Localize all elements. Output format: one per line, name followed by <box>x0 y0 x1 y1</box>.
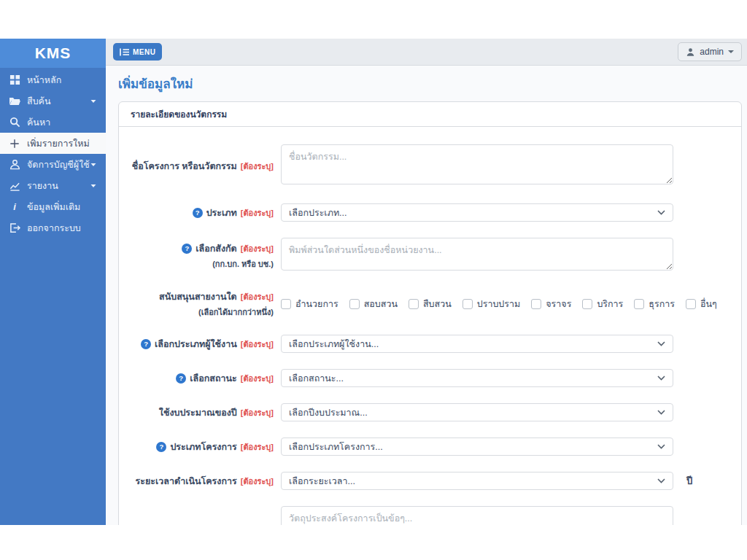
sidebar-item-add-new[interactable]: เพิ่มรายการใหม่ <box>0 133 106 154</box>
chevron-down-icon <box>657 478 665 483</box>
checkbox[interactable] <box>462 299 473 309</box>
required-tag: [ต้องระบุ] <box>241 338 274 351</box>
help-icon[interactable]: ? <box>141 339 151 349</box>
sidebar-item-home[interactable]: หน้าหลัก <box>0 69 106 90</box>
plus-icon <box>9 138 20 149</box>
user-menu-button[interactable]: admin <box>678 42 742 61</box>
caret-down-icon <box>728 50 734 53</box>
help-icon[interactable]: ? <box>193 208 203 218</box>
field-row-budget-year: ใช้งบประมาณของปี [ต้องระบุ] เลือกปีงบประ… <box>131 403 729 421</box>
sidebar-item-manage-users[interactable]: จัดการบัญชีผู้ใช้งาน <box>0 154 106 175</box>
duration-unit-label: ปี <box>686 473 692 489</box>
affiliation-input[interactable] <box>281 238 673 271</box>
select-value: เลือกประเภทโครงการ... <box>289 440 383 454</box>
field-label: ชื่อโครงการ หรือนวัตกรรม <box>132 159 237 174</box>
select-value: เลือกประเภท... <box>289 206 347 220</box>
checkbox-option[interactable]: บริการ <box>582 297 623 311</box>
field-label: สนับสนุนสายงานใด <box>159 289 237 304</box>
topbar: MENU admin <box>106 39 747 66</box>
field-label: ประเภทโครงการ <box>170 440 236 454</box>
checkbox[interactable] <box>582 299 592 309</box>
sidebar-item-label: รายงาน <box>27 179 90 193</box>
duration-select[interactable]: เลือกระยะเวลา... <box>281 472 673 490</box>
menu-toggle-button[interactable]: MENU <box>113 43 162 61</box>
type-select[interactable]: เลือกประเภท... <box>281 203 673 222</box>
required-tag: [ต้องระบุ] <box>241 372 274 385</box>
checkbox-option[interactable]: อื่นๆ <box>686 297 717 311</box>
sidebar-item-label: เพิ่มรายการใหม่ <box>27 136 97 151</box>
user-name: admin <box>700 47 724 57</box>
checkbox-option[interactable]: ธุรการ <box>634 297 675 311</box>
help-icon[interactable]: ? <box>156 442 166 452</box>
checkbox-option[interactable]: จราจร <box>531 297 571 311</box>
sidebar-item-reports[interactable]: รายงาน <box>0 175 106 196</box>
select-value: เลือกสถานะ... <box>289 371 344 386</box>
sidebar-item-search[interactable]: ค้นหา <box>0 112 106 133</box>
help-icon[interactable]: ? <box>176 373 186 384</box>
folder-icon <box>9 96 20 107</box>
checkbox[interactable] <box>409 299 419 309</box>
field-sublabel: (กก.บก. หรือ บช.) <box>131 257 274 271</box>
page-title: เพิ่มข้อมูลใหม่ <box>118 74 742 93</box>
help-icon[interactable]: ? <box>182 244 192 254</box>
select-value: เลือกปีงบประมาณ... <box>289 405 368 420</box>
search-icon <box>9 117 20 128</box>
card-header: รายละเอียดของนวัตกรรม <box>119 102 741 127</box>
required-tag: [ต้องระบุ] <box>241 206 274 219</box>
checkbox-option[interactable]: สืบสวน <box>409 297 452 311</box>
checkbox-option[interactable]: ปราบปราม <box>462 297 521 311</box>
info-icon: i <box>9 201 20 213</box>
field-row-type: ? ประเภท [ต้องระบุ] เลือกประเภท... <box>131 203 729 222</box>
chevron-down-icon <box>657 410 665 415</box>
sidebar-item-label: จัดการบัญชีผู้ใช้งาน <box>27 158 90 172</box>
field-row-support: สนับสนุนสายงานใด [ต้องระบุ] (เลือกได้มาก… <box>131 289 729 319</box>
budget-year-select[interactable]: เลือกปีงบประมาณ... <box>281 403 673 421</box>
chevron-down-icon <box>90 182 97 190</box>
user-type-select[interactable]: เลือกประเภทผู้ใช้งาน... <box>281 335 673 353</box>
field-label: เลือกสังกัด <box>196 241 236 256</box>
field-label: ระยะเวลาดำเนินโครงการ <box>136 474 237 489</box>
objective-input[interactable] <box>281 506 673 525</box>
checkbox[interactable] <box>281 299 291 309</box>
brand-logo: KMS <box>0 39 106 68</box>
field-label: เลือกสถานะ <box>190 371 236 386</box>
checkbox-option[interactable]: อำนวยการ <box>281 297 338 311</box>
checkbox[interactable] <box>634 299 644 309</box>
sidebar-nav: หน้าหลัก สืบค้น ค้นหา <box>0 68 106 238</box>
sidebar-item-more-info[interactable]: i ข้อมูลเพิ่มเติม <box>0 196 106 217</box>
project-type-select[interactable]: เลือกประเภทโครงการ... <box>281 438 673 456</box>
innovation-details-card: รายละเอียดของนวัตกรรม ชื่อโครงการ หรือนว… <box>118 101 742 525</box>
sidebar-item-label: ออกจากระบบ <box>27 221 97 236</box>
sidebar: KMS หน้าหลัก สืบค้น <box>0 39 106 525</box>
sidebar-item-label: ข้อมูลเพิ่มเติม <box>27 200 97 214</box>
chevron-down-icon <box>657 376 665 381</box>
chevron-down-icon <box>657 210 665 215</box>
sidebar-item-logout[interactable]: ออกจากระบบ <box>0 217 106 238</box>
page-content: เพิ่มข้อมูลใหม่ รายละเอียดของนวัตกรรม ชื… <box>106 66 747 525</box>
checkbox[interactable] <box>531 299 541 309</box>
user-icon <box>686 47 695 57</box>
card-body: ชื่อโครงการ หรือนวัตกรรม [ต้องระบุ] ? <box>119 127 741 525</box>
field-row-user-type: ? เลือกประเภทผู้ใช้งาน [ต้องระบุ] เลือกป… <box>131 335 729 353</box>
select-value: เลือกประเภทผู้ใช้งาน... <box>289 337 379 351</box>
required-tag: [ต้องระบุ] <box>241 440 274 454</box>
checkbox[interactable] <box>686 299 696 309</box>
menu-icon <box>120 48 129 56</box>
field-row-objective: วัตถุประสงค์โครงการ <box>131 506 729 525</box>
chevron-down-icon <box>90 161 97 168</box>
field-row-affiliation: ? เลือกสังกัด [ต้องระบุ] (กก.บก. หรือ บช… <box>131 238 729 273</box>
checkbox[interactable] <box>349 299 360 309</box>
field-label: เลือกประเภทผู้ใช้งาน <box>155 337 237 351</box>
field-row-project-type: ? ประเภทโครงการ [ต้องระบุ] เลือกประเภทโค… <box>131 438 729 456</box>
sidebar-item-label: สืบค้น <box>27 94 90 109</box>
status-select[interactable]: เลือกสถานะ... <box>281 369 673 387</box>
grid-icon <box>9 74 20 86</box>
field-row-duration: ระยะเวลาดำเนินโครงการ [ต้องระบุ] เลือกระ… <box>131 472 729 490</box>
sidebar-item-browse[interactable]: สืบค้น <box>0 90 106 112</box>
innovation-name-input[interactable] <box>281 144 673 184</box>
field-label: ใช้งบประมาณของปี <box>159 405 237 420</box>
required-tag: [ต้องระบุ] <box>241 242 274 255</box>
checkbox-option[interactable]: สอบสวน <box>349 297 398 311</box>
field-label: ประเภท <box>206 206 237 220</box>
sidebar-item-label: ค้นหา <box>27 115 97 130</box>
